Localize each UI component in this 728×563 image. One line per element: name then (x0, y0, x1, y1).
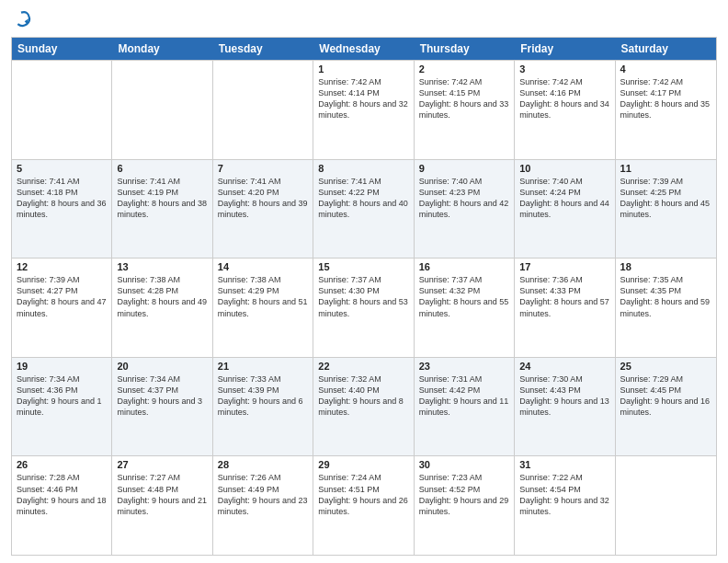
day-number: 9 (419, 163, 509, 174)
day-number: 17 (519, 261, 609, 272)
cal-cell: 4Sunrise: 7:42 AM Sunset: 4:17 PM Daylig… (616, 61, 716, 159)
cal-cell: 6Sunrise: 7:41 AM Sunset: 4:19 PM Daylig… (112, 160, 212, 259)
header-day-monday: Monday (112, 38, 212, 60)
cal-cell: 10Sunrise: 7:40 AM Sunset: 4:24 PM Dayli… (515, 160, 615, 259)
cell-info: Sunrise: 7:42 AM Sunset: 4:16 PM Dayligh… (519, 76, 609, 121)
header-day-thursday: Thursday (415, 38, 515, 60)
day-number: 18 (620, 261, 711, 272)
cell-info: Sunrise: 7:40 AM Sunset: 4:23 PM Dayligh… (419, 176, 509, 221)
cell-info: Sunrise: 7:42 AM Sunset: 4:14 PM Dayligh… (318, 76, 408, 121)
cell-info: Sunrise: 7:23 AM Sunset: 4:52 PM Dayligh… (419, 472, 509, 517)
cal-cell: 21Sunrise: 7:33 AM Sunset: 4:39 PM Dayli… (213, 358, 313, 456)
cal-cell: 22Sunrise: 7:32 AM Sunset: 4:40 PM Dayli… (313, 358, 414, 456)
day-number: 16 (419, 261, 509, 272)
calendar: SundayMondayTuesdayWednesdayThursdayFrid… (11, 37, 717, 556)
cal-cell: 16Sunrise: 7:37 AM Sunset: 4:32 PM Dayli… (415, 259, 515, 357)
cal-cell: 26Sunrise: 7:28 AM Sunset: 4:46 PM Dayli… (12, 456, 112, 555)
logo (11, 9, 35, 29)
day-number: 15 (318, 261, 408, 272)
cell-info: Sunrise: 7:41 AM Sunset: 4:18 PM Dayligh… (17, 176, 107, 221)
day-number: 2 (419, 63, 509, 75)
week-row-1: 1Sunrise: 7:42 AM Sunset: 4:14 PM Daylig… (12, 60, 716, 159)
cal-cell (213, 61, 313, 159)
cal-cell: 25Sunrise: 7:29 AM Sunset: 4:45 PM Dayli… (616, 358, 716, 456)
day-number: 22 (318, 361, 408, 372)
cal-cell: 24Sunrise: 7:30 AM Sunset: 4:43 PM Dayli… (515, 358, 615, 456)
day-number: 12 (17, 261, 107, 272)
day-number: 1 (318, 63, 408, 75)
day-number: 7 (218, 163, 308, 174)
day-number: 10 (519, 163, 609, 174)
cal-cell: 15Sunrise: 7:37 AM Sunset: 4:30 PM Dayli… (313, 259, 414, 357)
day-number: 24 (519, 361, 609, 372)
day-number: 23 (419, 361, 509, 372)
week-row-2: 5Sunrise: 7:41 AM Sunset: 4:18 PM Daylig… (12, 159, 716, 259)
cal-cell (616, 456, 716, 555)
week-row-5: 26Sunrise: 7:28 AM Sunset: 4:46 PM Dayli… (12, 455, 716, 555)
day-number: 19 (17, 361, 107, 372)
cell-info: Sunrise: 7:36 AM Sunset: 4:33 PM Dayligh… (519, 274, 609, 319)
day-number: 6 (117, 163, 207, 174)
cell-info: Sunrise: 7:26 AM Sunset: 4:49 PM Dayligh… (218, 472, 308, 517)
day-number: 4 (620, 63, 711, 75)
cell-info: Sunrise: 7:38 AM Sunset: 4:28 PM Dayligh… (117, 274, 207, 319)
cal-cell: 14Sunrise: 7:38 AM Sunset: 4:29 PM Dayli… (213, 259, 313, 357)
cell-info: Sunrise: 7:37 AM Sunset: 4:32 PM Dayligh… (419, 274, 509, 319)
header-day-sunday: Sunday (12, 38, 112, 60)
cal-cell: 29Sunrise: 7:24 AM Sunset: 4:51 PM Dayli… (313, 456, 414, 555)
page: SundayMondayTuesdayWednesdayThursdayFrid… (0, 0, 728, 563)
cell-info: Sunrise: 7:22 AM Sunset: 4:54 PM Dayligh… (519, 472, 609, 517)
cell-info: Sunrise: 7:31 AM Sunset: 4:42 PM Dayligh… (419, 373, 509, 419)
cal-cell: 31Sunrise: 7:22 AM Sunset: 4:54 PM Dayli… (515, 456, 615, 555)
cal-cell (12, 61, 112, 159)
cal-cell: 2Sunrise: 7:42 AM Sunset: 4:15 PM Daylig… (415, 61, 515, 159)
cell-info: Sunrise: 7:38 AM Sunset: 4:29 PM Dayligh… (218, 274, 308, 319)
cal-cell: 17Sunrise: 7:36 AM Sunset: 4:33 PM Dayli… (515, 259, 615, 357)
header-day-wednesday: Wednesday (313, 38, 414, 60)
cell-info: Sunrise: 7:32 AM Sunset: 4:40 PM Dayligh… (318, 373, 408, 419)
cell-info: Sunrise: 7:33 AM Sunset: 4:39 PM Dayligh… (218, 373, 308, 419)
cell-info: Sunrise: 7:41 AM Sunset: 4:22 PM Dayligh… (318, 176, 408, 221)
week-row-3: 12Sunrise: 7:39 AM Sunset: 4:27 PM Dayli… (12, 258, 716, 357)
cell-info: Sunrise: 7:41 AM Sunset: 4:19 PM Dayligh… (117, 176, 207, 221)
day-number: 29 (318, 459, 408, 470)
cell-info: Sunrise: 7:29 AM Sunset: 4:45 PM Dayligh… (620, 373, 711, 419)
day-number: 27 (117, 459, 207, 470)
cal-cell: 5Sunrise: 7:41 AM Sunset: 4:18 PM Daylig… (12, 160, 112, 259)
cal-cell: 7Sunrise: 7:41 AM Sunset: 4:20 PM Daylig… (213, 160, 313, 259)
cell-info: Sunrise: 7:24 AM Sunset: 4:51 PM Dayligh… (318, 472, 408, 517)
cal-cell: 19Sunrise: 7:34 AM Sunset: 4:36 PM Dayli… (12, 358, 112, 456)
day-number: 20 (117, 361, 207, 372)
cal-cell: 28Sunrise: 7:26 AM Sunset: 4:49 PM Dayli… (213, 456, 313, 555)
cal-cell: 30Sunrise: 7:23 AM Sunset: 4:52 PM Dayli… (415, 456, 515, 555)
logo-icon (11, 9, 31, 29)
cal-cell: 9Sunrise: 7:40 AM Sunset: 4:23 PM Daylig… (415, 160, 515, 259)
day-number: 31 (519, 459, 609, 470)
cal-cell: 8Sunrise: 7:41 AM Sunset: 4:22 PM Daylig… (313, 160, 414, 259)
cell-info: Sunrise: 7:30 AM Sunset: 4:43 PM Dayligh… (519, 373, 609, 419)
cell-info: Sunrise: 7:39 AM Sunset: 4:25 PM Dayligh… (620, 176, 711, 221)
cal-cell: 27Sunrise: 7:27 AM Sunset: 4:48 PM Dayli… (112, 456, 212, 555)
week-row-4: 19Sunrise: 7:34 AM Sunset: 4:36 PM Dayli… (12, 357, 716, 456)
cal-cell: 13Sunrise: 7:38 AM Sunset: 4:28 PM Dayli… (112, 259, 212, 357)
cell-info: Sunrise: 7:34 AM Sunset: 4:37 PM Dayligh… (117, 373, 207, 419)
day-number: 28 (218, 459, 308, 470)
day-number: 21 (218, 361, 308, 372)
cell-info: Sunrise: 7:27 AM Sunset: 4:48 PM Dayligh… (117, 472, 207, 517)
day-number: 5 (17, 163, 107, 174)
header-day-saturday: Saturday (616, 38, 716, 60)
day-number: 14 (218, 261, 308, 272)
calendar-body: 1Sunrise: 7:42 AM Sunset: 4:14 PM Daylig… (12, 60, 716, 555)
cell-info: Sunrise: 7:39 AM Sunset: 4:27 PM Dayligh… (17, 274, 107, 319)
cal-cell: 18Sunrise: 7:35 AM Sunset: 4:35 PM Dayli… (616, 259, 716, 357)
cal-cell (112, 61, 212, 159)
day-number: 26 (17, 459, 107, 470)
day-number: 25 (620, 361, 711, 372)
header-day-tuesday: Tuesday (213, 38, 313, 60)
cal-cell: 20Sunrise: 7:34 AM Sunset: 4:37 PM Dayli… (112, 358, 212, 456)
cell-info: Sunrise: 7:37 AM Sunset: 4:30 PM Dayligh… (318, 274, 408, 319)
day-number: 8 (318, 163, 408, 174)
cell-info: Sunrise: 7:40 AM Sunset: 4:24 PM Dayligh… (519, 176, 609, 221)
day-number: 13 (117, 261, 207, 272)
day-number: 11 (620, 163, 711, 174)
